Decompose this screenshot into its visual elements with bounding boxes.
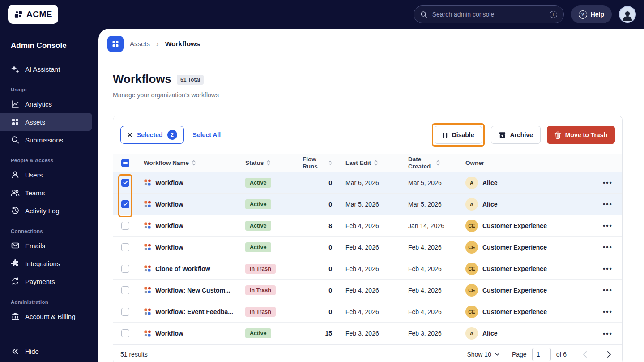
row-checkbox[interactable] bbox=[121, 286, 129, 294]
workflow-icon bbox=[144, 330, 151, 337]
workflow-name[interactable]: Workflow bbox=[155, 179, 183, 186]
owner-avatar: A bbox=[465, 327, 478, 340]
sidebar-item-payments[interactable]: Payments bbox=[0, 272, 98, 290]
flow-runs-value: 8 bbox=[295, 222, 338, 229]
disable-button[interactable]: Disable bbox=[435, 126, 482, 144]
selected-count-badge: 2 bbox=[167, 130, 177, 140]
row-actions-button[interactable] bbox=[603, 308, 613, 315]
select-all-button[interactable]: Select All bbox=[193, 131, 221, 138]
sidebar-item-analytics[interactable]: Analytics bbox=[0, 95, 98, 113]
date-created-value: Jan 14, 2026 bbox=[401, 222, 458, 229]
total-count-badge: 51 Total bbox=[177, 75, 204, 85]
sidebar-hide-button[interactable]: Hide bbox=[0, 342, 98, 360]
owner-avatar: CE bbox=[465, 284, 478, 297]
status-badge: Active bbox=[245, 242, 271, 252]
last-edit-value: Feb 4, 2026 bbox=[338, 222, 401, 229]
owner-avatar: CE bbox=[465, 220, 478, 232]
sidebar-item-users[interactable]: Users bbox=[0, 166, 98, 184]
last-edit-value: Feb 4, 2026 bbox=[338, 244, 401, 251]
column-header-flow-runs[interactable]: Flow Runs bbox=[295, 154, 338, 172]
annotation-highlight-disable: Disable bbox=[432, 123, 485, 147]
sidebar-item-label: Submissions bbox=[25, 136, 63, 144]
row-checkbox[interactable] bbox=[121, 179, 129, 187]
page-total-label: of 6 bbox=[556, 351, 567, 358]
row-actions-button[interactable] bbox=[603, 243, 613, 251]
row-actions-button[interactable] bbox=[603, 179, 613, 186]
sort-icon bbox=[192, 159, 196, 166]
row-checkbox[interactable] bbox=[121, 329, 129, 337]
column-header-workflow-name[interactable]: Workflow Name bbox=[137, 158, 238, 168]
last-edit-value: Feb 4, 2026 bbox=[338, 308, 401, 315]
section-heading-people: People & Access bbox=[0, 149, 98, 166]
move-to-trash-button[interactable]: Move to Trash bbox=[547, 126, 615, 144]
workflows-table: Workflow Name Status Flow Runs Last Edit… bbox=[113, 154, 622, 344]
column-header-status[interactable]: Status bbox=[238, 158, 295, 168]
puzzle-icon bbox=[11, 259, 20, 268]
row-actions-button[interactable] bbox=[603, 330, 613, 337]
page-input[interactable] bbox=[532, 348, 551, 361]
close-icon bbox=[127, 132, 132, 138]
table-header: Workflow Name Status Flow Runs Last Edit… bbox=[113, 154, 622, 172]
section-heading-connections: Connections bbox=[0, 220, 98, 237]
column-header-date-created[interactable]: Date Created bbox=[401, 154, 458, 172]
row-actions-button[interactable] bbox=[603, 286, 613, 294]
person-icon bbox=[621, 9, 634, 22]
users-icon bbox=[11, 188, 20, 197]
row-checkbox[interactable] bbox=[121, 200, 129, 208]
help-button[interactable]: Help bbox=[571, 5, 612, 23]
owner-name: Customer Experience bbox=[482, 222, 547, 229]
sidebar-item-label: Activity Log bbox=[25, 207, 60, 215]
sidebar-item-teams[interactable]: Teams bbox=[0, 184, 98, 202]
column-header-last-edit[interactable]: Last Edit bbox=[338, 158, 401, 168]
bulk-actions-toolbar: Selected 2 Select All Disable bbox=[113, 116, 622, 154]
sidebar-item-activity-log[interactable]: Activity Log bbox=[0, 202, 98, 220]
workflow-name[interactable]: Workflow bbox=[155, 330, 183, 337]
workflow-name[interactable]: Workflow: New Custom... bbox=[155, 287, 230, 294]
section-heading-usage: Usage bbox=[0, 78, 98, 95]
main-panel: Assets Workflows Workflows 51 Total Mana… bbox=[98, 29, 644, 362]
clear-selection-button[interactable]: Selected 2 bbox=[120, 126, 184, 144]
user-avatar[interactable] bbox=[619, 6, 636, 23]
page-size-select[interactable]: Show 10 bbox=[467, 351, 499, 358]
owner-avatar: CE bbox=[465, 306, 478, 318]
flow-runs-value: 0 bbox=[295, 179, 338, 186]
workflow-icon bbox=[144, 222, 151, 229]
sidebar-item-assets[interactable]: Assets bbox=[0, 113, 92, 131]
row-checkbox[interactable] bbox=[121, 222, 129, 230]
sidebar-item-label: Emails bbox=[25, 242, 45, 250]
row-actions-button[interactable] bbox=[603, 222, 613, 229]
workflow-name[interactable]: Workflow bbox=[155, 201, 183, 208]
sidebar-item-label: Users bbox=[25, 171, 43, 179]
table-row: Workflow Active 8 Feb 4, 2026 Jan 14, 20… bbox=[113, 215, 622, 237]
move-to-trash-label: Move to Trash bbox=[565, 131, 607, 138]
workflow-name[interactable]: Clone of Workflow bbox=[155, 265, 210, 272]
sort-icon bbox=[266, 159, 271, 166]
row-actions-button[interactable] bbox=[603, 265, 613, 272]
sidebar-item-account-billing[interactable]: Account & Billing bbox=[0, 307, 98, 325]
row-checkbox[interactable] bbox=[121, 308, 129, 316]
sidebar-item-submissions[interactable]: Submissions bbox=[0, 131, 98, 149]
status-badge: Active bbox=[245, 328, 271, 338]
breadcrumb-assets-link[interactable]: Assets bbox=[130, 40, 150, 47]
sidebar-item-emails[interactable]: Emails bbox=[0, 237, 98, 254]
row-checkbox[interactable] bbox=[121, 265, 129, 273]
sidebar-item-label: Assets bbox=[25, 118, 45, 126]
archive-icon bbox=[499, 131, 506, 139]
archive-button[interactable]: Archive bbox=[491, 126, 541, 144]
bank-icon bbox=[11, 312, 20, 321]
owner-avatar: CE bbox=[465, 241, 478, 254]
status-badge: In Trash bbox=[245, 307, 276, 317]
select-all-checkbox[interactable] bbox=[121, 159, 129, 167]
search-input[interactable] bbox=[432, 11, 545, 18]
previous-page-button[interactable] bbox=[579, 349, 591, 360]
workflow-name[interactable]: Workflow bbox=[155, 244, 183, 251]
sidebar-item-integrations[interactable]: Integrations bbox=[0, 254, 98, 272]
table-row: Workflow: New Custom... In Trash 0 Feb 4… bbox=[113, 280, 622, 301]
row-checkbox[interactable] bbox=[121, 243, 129, 251]
last-edit-value: Mar 5, 2026 bbox=[338, 201, 401, 208]
next-page-button[interactable] bbox=[603, 349, 615, 360]
sidebar-item-ai-assistant[interactable]: AI Assistant bbox=[0, 60, 98, 78]
workflow-name[interactable]: Workflow bbox=[155, 222, 183, 229]
row-actions-button[interactable] bbox=[603, 200, 613, 208]
workflow-name[interactable]: Workflow: Event Feedba... bbox=[155, 308, 233, 315]
